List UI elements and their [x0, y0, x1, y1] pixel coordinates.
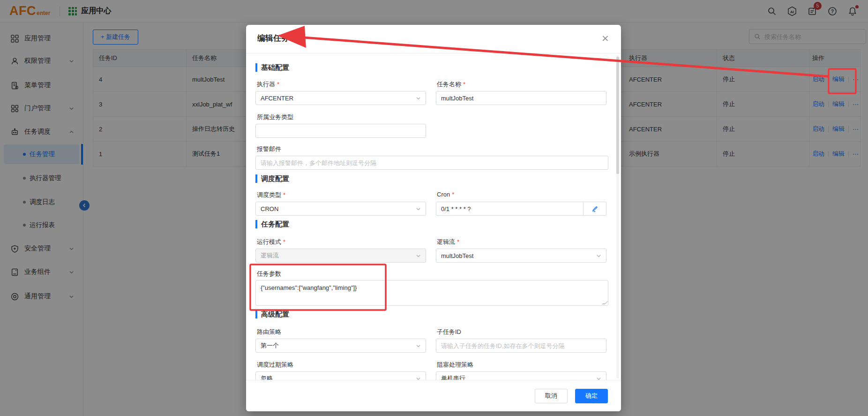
cron-input[interactable]: [436, 205, 583, 212]
chevron-down-icon: [416, 343, 421, 348]
schedule-type-select[interactable]: CRON: [255, 202, 426, 216]
section-schedule-config: 调度配置: [255, 174, 289, 183]
business-type-label: 所属业务类型: [257, 113, 293, 121]
business-type-input[interactable]: [256, 128, 426, 135]
schedule-type-label: 调度类型*: [257, 191, 285, 199]
page: AFC enter 应用中心 AI: [0, 0, 868, 416]
select-value: 逻辑流: [261, 251, 279, 260]
executor-select[interactable]: AFCENTER: [255, 91, 426, 105]
alert-email-label: 报警邮件: [257, 145, 281, 153]
chevron-down-icon: [416, 253, 421, 258]
logic-flow-label: 逻辑流*: [437, 238, 459, 246]
cron-field: [436, 202, 584, 216]
cron-edit-button[interactable]: [584, 202, 606, 216]
task-name-field: [436, 91, 606, 105]
modal-close-icon[interactable]: ×: [601, 33, 609, 43]
section-advanced-config: 高级配置: [255, 310, 289, 318]
chevron-down-icon: [416, 206, 421, 212]
modal-scrollbar-thumb[interactable]: [616, 57, 619, 174]
task-params-field: {"usernames":["wangfang","liming"]}: [255, 280, 608, 306]
select-value: 第一个: [261, 341, 279, 350]
required-mark: *: [277, 81, 279, 88]
task-name-label: 任务名称*: [437, 80, 465, 89]
task-name-input[interactable]: [436, 95, 606, 102]
executor-label: 执行器*: [257, 80, 279, 89]
run-mode-label: 运行模式*: [257, 238, 285, 246]
business-type-field: [255, 124, 426, 138]
cron-label: Cron*: [437, 191, 454, 198]
select-value: AFCENTER: [261, 95, 293, 102]
required-mark: *: [283, 191, 285, 198]
cron-field-group: [436, 202, 606, 216]
route-strategy-label: 路由策略: [257, 328, 281, 336]
task-params-input[interactable]: {"usernames":["wangfang","liming"]}: [256, 280, 608, 305]
select-value: CRON: [261, 205, 278, 212]
confirm-button[interactable]: 确定: [575, 389, 608, 403]
edit-task-modal: 编辑任务 基础配置 执行器* 任务名称* AFCENTER 所属业务类型 报警邮…: [246, 25, 621, 411]
required-mark: *: [452, 191, 454, 198]
modal-header-divider: [246, 53, 621, 53]
cancel-button[interactable]: 取消: [535, 389, 568, 403]
required-mark: *: [457, 238, 459, 245]
sub-task-id-input[interactable]: [436, 342, 606, 349]
select-value: multJobTest: [441, 252, 473, 259]
chevron-down-icon: [416, 96, 421, 101]
expire-strategy-label: 调度过期策略: [257, 361, 293, 369]
pencil-icon: [592, 206, 598, 212]
section-task-config: 任务配置: [255, 220, 289, 228]
logic-flow-select[interactable]: multJobTest: [436, 249, 606, 263]
sub-task-id-field: [436, 339, 606, 353]
run-mode-select: 逻辑流: [255, 249, 426, 263]
modal-footer: 取消 确定: [246, 380, 621, 411]
sub-task-id-label: 子任务ID: [437, 328, 461, 336]
route-strategy-select[interactable]: 第一个: [255, 339, 426, 353]
modal-title: 编辑任务: [257, 33, 289, 44]
task-params-label: 任务参数: [257, 270, 281, 278]
section-basic-config: 基础配置: [255, 63, 289, 72]
required-mark: *: [283, 238, 285, 245]
alert-email-input[interactable]: [256, 159, 608, 166]
required-mark: *: [463, 81, 465, 88]
block-strategy-label: 阻塞处理策略: [437, 361, 473, 369]
alert-email-field: [255, 156, 608, 170]
chevron-down-icon: [596, 253, 601, 258]
